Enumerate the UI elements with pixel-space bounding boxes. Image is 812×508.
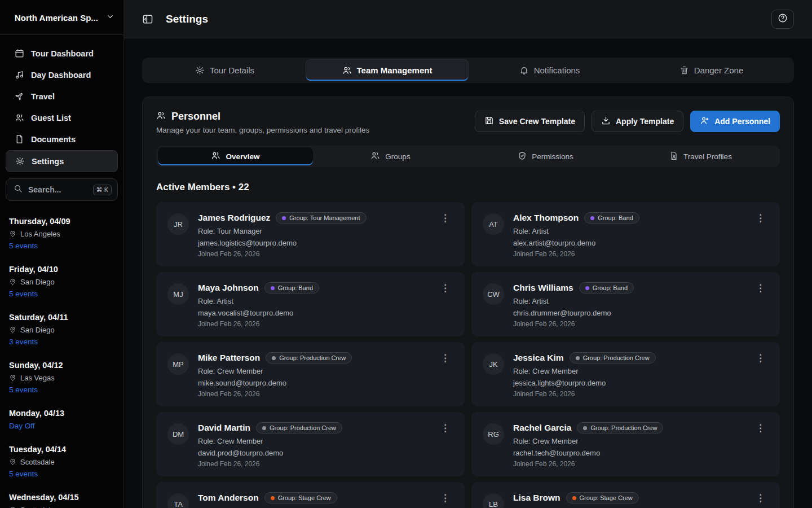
day-location: Scottsdale	[9, 506, 114, 508]
avatar: MP	[167, 353, 189, 375]
day-events-link[interactable]: 5 events	[9, 470, 114, 478]
sidebar: North American Sp... Tour DashboardDay D…	[0, 0, 124, 508]
member-info: Maya JohnsonGroup: BandRole: Artistmaya.…	[198, 282, 428, 326]
kebab-menu-icon[interactable]: ⋮	[437, 352, 453, 396]
day-events-link[interactable]: 5 events	[9, 242, 114, 250]
kebab-menu-icon[interactable]: ⋮	[752, 492, 769, 508]
tab-label: Danger Zone	[694, 65, 744, 75]
member-name: Chris Williams	[513, 283, 573, 293]
users-icon	[15, 113, 24, 122]
active-members-heading: Active Members • 22	[156, 182, 780, 193]
kebab-menu-icon[interactable]: ⋮	[437, 492, 453, 508]
member-card: ATAlex ThompsonGroup: BandRole: Artistal…	[471, 202, 780, 266]
group-badge: Group: Band	[584, 212, 639, 224]
member-info: Chris WilliamsGroup: BandRole: Artistchr…	[513, 282, 743, 326]
tab-label: Tour Details	[210, 65, 254, 75]
member-card: CWChris WilliamsGroup: BandRole: Artistc…	[471, 272, 780, 336]
tab-tour-details[interactable]: Tour Details	[144, 59, 306, 81]
day-title: Tuesday, 04/14	[9, 445, 114, 454]
tab-team-management[interactable]: Team Management	[306, 59, 469, 81]
plane-icon	[15, 91, 24, 101]
tour-name: North American Sp...	[15, 13, 98, 23]
sidebar-item-label: Travel	[31, 92, 55, 101]
kebab-menu-icon[interactable]: ⋮	[437, 422, 453, 466]
apply-template-button[interactable]: Apply Template	[592, 111, 683, 132]
member-card: TATom AndersonGroup: Stage CrewRole: Cre…	[156, 482, 465, 508]
tab-notifications[interactable]: Notifications	[469, 59, 630, 81]
personnel-actions: Save Crew TemplateApply TemplateAdd Pers…	[475, 111, 780, 132]
users-icon	[156, 111, 166, 122]
panel-collapse-icon[interactable]	[142, 14, 153, 25]
trash-icon	[679, 65, 689, 75]
sidebar-item-documents[interactable]: Documents	[6, 129, 118, 150]
kebab-menu-icon[interactable]: ⋮	[437, 282, 453, 326]
download-icon	[601, 116, 611, 127]
member-name: David Martin	[198, 423, 250, 433]
members-grid: JRJames RodriguezGroup: Tour ManagementR…	[156, 202, 780, 508]
personnel-subtabbar: OverviewGroupsPermissionsTravel Profiles	[156, 146, 780, 167]
day-events-link[interactable]: 3 events	[9, 338, 114, 346]
shield-check-icon	[518, 151, 527, 162]
day-location: San Diego	[9, 326, 114, 334]
id-file-icon	[669, 151, 678, 162]
kebab-menu-icon[interactable]: ⋮	[752, 352, 769, 396]
member-email: maya.vocalist@tourpro.demo	[198, 309, 428, 317]
avatar: DM	[167, 423, 189, 445]
kebab-menu-icon[interactable]: ⋮	[752, 422, 769, 466]
kebab-menu-icon[interactable]: ⋮	[752, 212, 769, 256]
help-button[interactable]	[771, 10, 794, 29]
button-label: Save Crew Template	[499, 117, 575, 126]
member-role: Role: Crew Member	[513, 367, 743, 375]
save-icon	[484, 116, 494, 127]
sidebar-item-settings[interactable]: Settings	[6, 150, 118, 172]
member-name: Jessica Kim	[513, 353, 564, 363]
avatar: CW	[483, 283, 504, 305]
sidebar-item-guest-list[interactable]: Guest List	[6, 107, 118, 128]
personnel-heading-block: Personnel Manage your tour team, groups,…	[156, 111, 369, 134]
kebab-menu-icon[interactable]: ⋮	[437, 212, 453, 256]
group-dot-icon	[572, 496, 576, 500]
member-name: Mike Patterson	[198, 353, 260, 363]
tour-switcher[interactable]: North American Sp...	[0, 0, 123, 34]
member-card: JKJessica KimGroup: Production CrewRole:…	[471, 342, 780, 406]
sidebar-item-label: Guest List	[31, 113, 71, 122]
day-title: Wednesday, 04/15	[9, 493, 114, 502]
member-joined: Joined Feb 26, 2026	[513, 390, 743, 398]
content: Tour DetailsTeam ManagementNotifications…	[124, 38, 812, 508]
group-badge: Group: Stage Crew	[566, 492, 639, 503]
sidebar-item-travel[interactable]: Travel	[6, 86, 118, 107]
tab-danger-zone[interactable]: Danger Zone	[630, 59, 792, 81]
group-dot-icon	[590, 216, 594, 220]
search-icon	[14, 184, 23, 195]
day-events-link[interactable]: 5 events	[9, 386, 114, 394]
subtab-groups[interactable]: Groups	[313, 147, 468, 165]
search-input[interactable]: Search... ⌘ K	[6, 178, 118, 201]
tab-label: Notifications	[534, 65, 580, 75]
location-pin-icon	[9, 458, 16, 466]
sidebar-item-day-dashboard[interactable]: Day Dashboard	[6, 64, 118, 85]
save-crew-template-button[interactable]: Save Crew Template	[475, 111, 585, 132]
sidebar-item-label: Settings	[32, 157, 64, 166]
subtab-travel-profiles[interactable]: Travel Profiles	[623, 147, 778, 165]
location-pin-icon	[9, 278, 16, 286]
member-email: rachel.tech@tourpro.demo	[513, 449, 743, 457]
day-title: Saturday, 04/11	[9, 313, 114, 322]
member-joined: Joined Feb 26, 2026	[198, 250, 428, 258]
subtab-overview[interactable]: Overview	[158, 147, 313, 165]
day-location: Scottsdale	[9, 458, 114, 466]
users-icon	[370, 151, 380, 162]
subtab-permissions[interactable]: Permissions	[468, 147, 623, 165]
settings-tabbar: Tour DetailsTeam ManagementNotifications…	[142, 58, 794, 83]
avatar: AT	[483, 213, 504, 235]
day-events-link[interactable]: 5 events	[9, 290, 114, 298]
sidebar-item-label: Day Dashboard	[31, 71, 91, 80]
kebab-menu-icon[interactable]: ⋮	[752, 282, 769, 326]
member-email: alex.artist@tourpro.demo	[513, 239, 743, 247]
add-personnel-button[interactable]: Add Personnel	[690, 111, 780, 132]
member-joined: Joined Feb 26, 2026	[513, 250, 743, 258]
gear-icon	[195, 65, 205, 75]
group-dot-icon	[576, 356, 580, 360]
group-badge: Group: Band	[579, 282, 634, 294]
day-events-link[interactable]: Day Off	[9, 422, 114, 430]
sidebar-item-tour-dashboard[interactable]: Tour Dashboard	[6, 43, 118, 64]
